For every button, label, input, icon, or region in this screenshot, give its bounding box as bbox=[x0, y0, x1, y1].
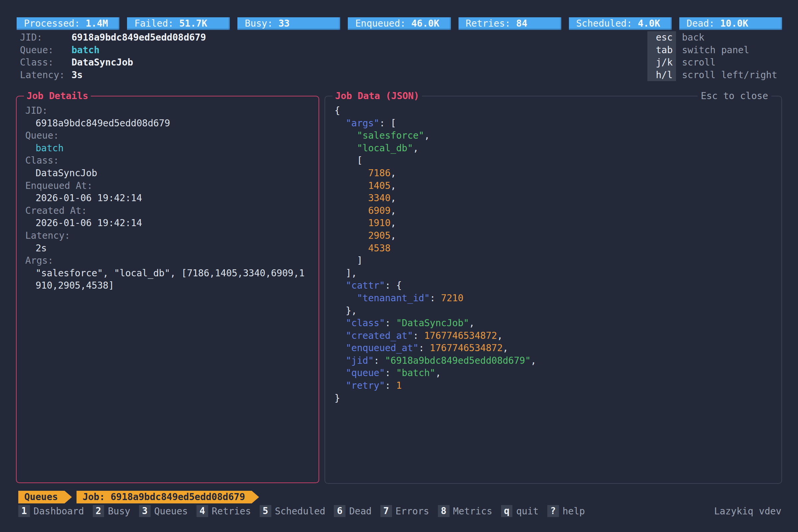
breadcrumb-item-1[interactable]: Job: 6918a9bdc849ed5edd08d679 bbox=[76, 491, 259, 504]
nav-label: Errors bbox=[396, 506, 429, 517]
json-token-p bbox=[335, 168, 368, 178]
json-token-s: "salesforce" bbox=[357, 130, 424, 141]
stats-row: Processed: 1.4MFailed: 51.7KBusy: 33Enqu… bbox=[17, 17, 782, 30]
nav-key: 6 bbox=[334, 505, 345, 517]
detail-value: "salesforce", "local_db", [7186,1405,334… bbox=[25, 267, 310, 292]
stat-badge-scheduled: Scheduled: 4.0K bbox=[569, 17, 672, 30]
json-token-p bbox=[335, 142, 357, 154]
json-line: 1405, bbox=[335, 179, 772, 192]
json-token-s: "DataSyncJob" bbox=[396, 318, 469, 328]
nav-label: Retries bbox=[212, 506, 251, 517]
nav-key: 1 bbox=[18, 505, 30, 517]
json-line: "tenanant_id": 7210 bbox=[335, 292, 772, 305]
detail-value: 6918a9bdc849ed5edd08d679 bbox=[25, 117, 310, 130]
json-token-k: "retry" bbox=[346, 380, 385, 391]
json-token-p: : bbox=[385, 380, 396, 391]
nav-label: help bbox=[563, 506, 585, 517]
header-field-row: Latency:3s bbox=[20, 69, 206, 81]
header-field-value: DataSyncJob bbox=[72, 57, 133, 68]
detail-value: batch bbox=[25, 142, 310, 155]
nav-item-help[interactable]: ?help bbox=[547, 505, 585, 517]
json-token-p bbox=[335, 217, 368, 228]
json-token-k: "created_at" bbox=[346, 330, 413, 341]
job-data-json-panel[interactable]: Job Data (JSON) Esc to close { "args": [… bbox=[324, 96, 782, 484]
json-token-p bbox=[335, 342, 346, 354]
shortcut-description: switch panel bbox=[682, 44, 749, 57]
nav-item-quit[interactable]: qquit bbox=[501, 505, 539, 517]
header-field-label: Class: bbox=[20, 56, 72, 69]
json-token-p bbox=[335, 205, 368, 216]
json-token-k: "cattr" bbox=[346, 280, 385, 291]
stat-value: 51.7K bbox=[179, 18, 207, 29]
keyboard-shortcuts-help: escbacktabswitch panelj/kscrollh/lscroll… bbox=[647, 31, 777, 81]
detail-label: Created At: bbox=[25, 205, 310, 217]
shortcut-key: esc bbox=[647, 31, 676, 44]
app-brand-version: Lazykiq vdev bbox=[714, 506, 781, 517]
json-line: { bbox=[335, 104, 772, 117]
nav-item-scheduled[interactable]: 5Scheduled bbox=[260, 505, 325, 517]
json-token-p: : [ bbox=[379, 118, 396, 129]
json-line: "salesforce", bbox=[335, 129, 772, 142]
nav-label: Queues bbox=[154, 506, 188, 517]
shortcut-row: h/lscroll left/right bbox=[647, 69, 777, 81]
header-field-row: Queue:batch bbox=[20, 44, 206, 57]
json-token-p bbox=[335, 243, 368, 254]
breadcrumb-item-0[interactable]: Queues bbox=[18, 491, 72, 504]
shortcut-row: escback bbox=[647, 31, 777, 44]
json-line: "local_db", bbox=[335, 142, 772, 155]
job-summary-header: JID:6918a9bdc849ed5edd08d679Queue:batchC… bbox=[20, 31, 206, 81]
nav-key: 7 bbox=[380, 505, 392, 517]
nav-item-busy[interactable]: 2Busy bbox=[93, 505, 130, 517]
stat-value: 33 bbox=[278, 18, 290, 29]
json-token-p: , bbox=[531, 355, 536, 366]
nav-key: 3 bbox=[139, 505, 151, 517]
json-token-p: , bbox=[391, 217, 396, 228]
nav-item-dead[interactable]: 6Dead bbox=[334, 505, 372, 517]
json-token-p bbox=[335, 380, 346, 391]
nav-label: Dashboard bbox=[34, 506, 84, 517]
json-line: "jid": "6918a9bdc849ed5edd08d679", bbox=[335, 355, 772, 367]
json-token-p bbox=[335, 292, 357, 304]
detail-value: 2026-01-06 19:42:14 bbox=[25, 217, 310, 229]
nav-key: 2 bbox=[93, 505, 104, 517]
json-token-n: 3340 bbox=[368, 192, 391, 204]
lazykiq-terminal-screen: Processed: 1.4MFailed: 51.7KBusy: 33Enqu… bbox=[0, 0, 798, 532]
nav-key: q bbox=[501, 505, 513, 517]
stat-label: Processed: bbox=[24, 18, 86, 29]
json-token-k: "jid" bbox=[346, 355, 374, 366]
stat-badge-processed: Processed: 1.4M bbox=[17, 17, 119, 30]
detail-label: Enqueued At: bbox=[25, 179, 310, 192]
json-token-p bbox=[335, 130, 357, 141]
json-token-p bbox=[335, 118, 346, 129]
json-line: 6909, bbox=[335, 205, 772, 217]
nav-item-retries[interactable]: 4Retries bbox=[196, 505, 251, 517]
json-token-p bbox=[335, 330, 346, 341]
nav-item-metrics[interactable]: 8Metrics bbox=[438, 505, 492, 517]
nav-item-dashboard[interactable]: 1Dashboard bbox=[18, 505, 84, 517]
json-code-view: { "args": [ "salesforce", "local_db", [ … bbox=[325, 96, 781, 483]
json-token-n: 1767746534872 bbox=[424, 330, 497, 341]
json-token-n: 1910 bbox=[368, 217, 391, 228]
nav-item-queues[interactable]: 3Queues bbox=[139, 505, 188, 517]
json-token-p: , bbox=[391, 180, 396, 191]
json-token-p: : { bbox=[385, 280, 402, 291]
header-field-value: 6918a9bdc849ed5edd08d679 bbox=[72, 32, 206, 43]
shortcut-key: tab bbox=[647, 44, 676, 57]
json-line: }, bbox=[335, 305, 772, 317]
stat-badge-busy: Busy: 33 bbox=[238, 17, 340, 30]
json-token-s: "6918a9bdc849ed5edd08d679" bbox=[385, 355, 531, 366]
json-token-p: , bbox=[391, 230, 396, 241]
bottom-nav-bar: 1Dashboard2Busy3Queues4Retries5Scheduled… bbox=[18, 505, 781, 517]
json-token-p bbox=[335, 355, 346, 366]
shortcut-description: scroll left/right bbox=[682, 69, 777, 81]
json-line: 2905, bbox=[335, 229, 772, 242]
nav-item-errors[interactable]: 7Errors bbox=[380, 505, 429, 517]
stat-value: 1.4M bbox=[86, 18, 108, 29]
stat-value: 46.0K bbox=[411, 18, 439, 29]
json-token-p: ], bbox=[335, 268, 357, 279]
job-details-panel[interactable]: Job Details JID:6918a9bdc849ed5edd08d679… bbox=[16, 96, 319, 483]
json-line: [ bbox=[335, 154, 772, 167]
stat-badge-retries: Retries: 84 bbox=[458, 17, 561, 30]
json-token-n: 7210 bbox=[441, 292, 463, 304]
stat-label: Scheduled: bbox=[576, 18, 638, 29]
